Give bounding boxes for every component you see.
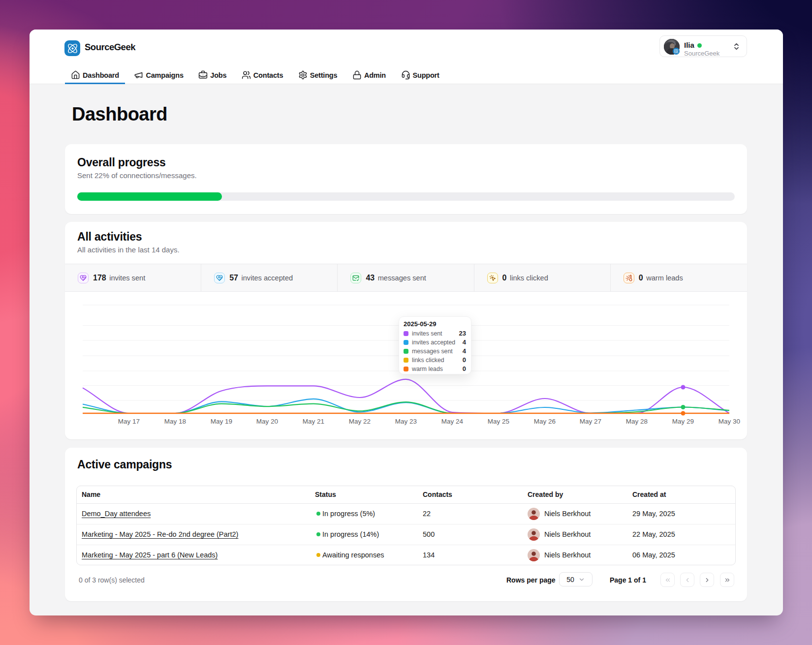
svg-text:May 26: May 26 <box>534 418 556 425</box>
svg-text:May 20: May 20 <box>256 418 278 425</box>
svg-text:May 28: May 28 <box>626 418 648 425</box>
svg-text:May 24: May 24 <box>441 418 464 425</box>
svg-text:May 18: May 18 <box>164 418 186 425</box>
svg-text:May 22: May 22 <box>349 418 371 425</box>
svg-text:May 27: May 27 <box>580 418 601 425</box>
svg-text:May 25: May 25 <box>488 418 509 425</box>
svg-text:May 21: May 21 <box>303 418 324 425</box>
svg-text:May 23: May 23 <box>395 418 417 425</box>
svg-text:May 19: May 19 <box>211 418 232 425</box>
svg-text:May 17: May 17 <box>118 418 140 425</box>
svg-text:May 30: May 30 <box>718 418 740 425</box>
svg-text:May 29: May 29 <box>672 418 694 425</box>
